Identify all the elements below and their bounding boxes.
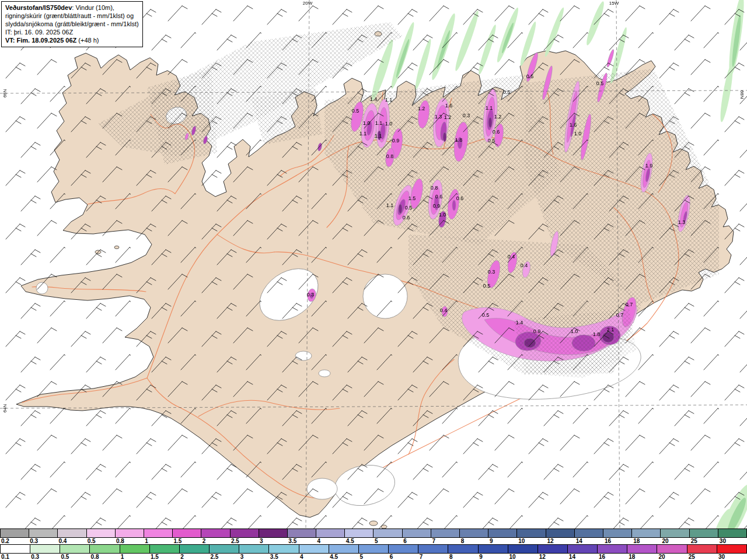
- colorbar-tick-label: 8: [460, 538, 488, 544]
- colorbar-cell: [403, 529, 431, 537]
- precip-value-label: 1.1: [375, 120, 383, 126]
- colorbar-tick-label: 0.5: [86, 538, 115, 544]
- iceland-weather-map: [0, 0, 747, 528]
- valid-time: VT: Fim. 18.09.2025 06Z: [5, 37, 76, 44]
- precip-value-label: 1.0: [385, 121, 393, 127]
- precip-value-label: 0.6: [456, 195, 464, 201]
- colorbar-cell: [239, 545, 269, 553]
- colorbar-cell: [718, 529, 746, 537]
- colorbar-tick-label: 2.5: [230, 538, 259, 544]
- precip-value-label: 1.1: [386, 202, 394, 208]
- precip-value-label: 1.6: [570, 122, 577, 128]
- precip-value-label: 0.5: [352, 108, 359, 114]
- colorbar-cell: [374, 529, 402, 537]
- precip-value-label: 1.8: [455, 137, 463, 143]
- colorbar-cell: [201, 529, 230, 537]
- colorbar-cell: [150, 545, 180, 553]
- colorbar-tick-label: 4.5: [345, 538, 374, 544]
- precip-value-label: 0.3: [307, 292, 315, 298]
- precip-value-label: 1.6: [445, 103, 453, 108]
- colorbar-tick-label: 14: [568, 554, 598, 560]
- valid-time-offset: (+48 h): [76, 37, 99, 44]
- precip-value-label: 0.5: [503, 89, 511, 95]
- colorbar-tick-label: 2.5: [209, 554, 239, 560]
- colorbar-tick-label: 7: [431, 538, 460, 544]
- precip-value-label: 1.1: [486, 105, 493, 111]
- precip-value-label: 0.5: [482, 312, 490, 318]
- colorbar-cell: [546, 529, 575, 537]
- colorbar-cell: [345, 529, 374, 537]
- precip-value-label: 1.8: [593, 331, 601, 337]
- colorbar-cell: [90, 545, 120, 553]
- precip-value-label: 1.2: [418, 106, 425, 111]
- colorbar-tick-label: 1.5: [149, 554, 179, 560]
- colorbar-cell: [288, 529, 316, 537]
- colorbar-area: 0.20.30.40.50.811.522.533.544.5567891012…: [0, 528, 747, 560]
- precip-value-label: 1.3: [678, 219, 686, 225]
- colorbar-cell: [269, 545, 299, 553]
- colorbar-cell: [60, 545, 90, 553]
- colorbar-tick-label: 1.5: [172, 538, 201, 544]
- colorbar-cell: [687, 545, 717, 553]
- colorbar-cell: [488, 529, 517, 537]
- precip-value-label: 0.7: [626, 302, 633, 307]
- map-area: 1.41.10.51.01.11.01.11.10.90.81.21.61.31…: [0, 0, 747, 528]
- colorbar-cell: [30, 545, 60, 553]
- colorbar-cell: [316, 529, 345, 537]
- colorbar-tick-label: 18: [632, 538, 661, 544]
- colorbar-tick-label: 5: [374, 538, 402, 544]
- colorbar-cell: [448, 545, 478, 553]
- colorbar-cell: [389, 545, 418, 553]
- colorbar-cell: [690, 529, 718, 537]
- precip-value-label: 1.0: [363, 120, 371, 126]
- colorbar-tick-label: 0.4: [57, 538, 86, 544]
- colorbar-tick-label: 3.5: [269, 554, 299, 560]
- colorbar-rain-labels: 0.10.30.50.811.522.533.544.5567891012141…: [0, 554, 747, 560]
- colorbar-cell: [299, 545, 329, 553]
- colorbar-tick-label: 9: [478, 554, 508, 560]
- product-desc: : Vindur (10m),: [72, 4, 114, 11]
- precip-value-label: 0.5: [526, 74, 534, 79]
- colorbar-cell: [568, 545, 598, 553]
- colorbar-tick-label: 6: [402, 538, 431, 544]
- colorbar-cell: [508, 545, 538, 553]
- colorbar-cell: [359, 545, 389, 553]
- colorbar-tick-label: 16: [603, 538, 632, 544]
- colorbar-cell: [632, 529, 661, 537]
- colorbar-tick-label: 10: [508, 554, 537, 560]
- colorbar-cell: [29, 529, 58, 537]
- precip-value-label: 0.3: [488, 269, 495, 275]
- colorbar-cell: [120, 545, 150, 553]
- colorbar-cell: [173, 529, 201, 537]
- colorbar-cell: [1, 545, 30, 553]
- colorbar-tick-label: 7: [418, 554, 448, 560]
- longitude-label: 15W: [609, 1, 619, 6]
- colorbar-tick-label: 1: [120, 554, 149, 560]
- precip-value-label: 0.5: [596, 80, 604, 86]
- colorbar-cell: [603, 529, 632, 537]
- colorbar-tick-label: 2: [179, 554, 209, 560]
- colorbar-tick-label: 30: [717, 554, 747, 560]
- precip-value-label: 0.4: [440, 307, 448, 313]
- colorbar-tick-label: 20: [661, 538, 689, 544]
- colorbar-sleet-snow-cells: [0, 528, 747, 538]
- colorbar-cell: [661, 529, 689, 537]
- colorbar-tick-label: 3.5: [287, 538, 316, 544]
- colorbar-cell: [418, 545, 448, 553]
- colorbar-cell: [259, 529, 288, 537]
- colorbar-tick-label: 2: [201, 538, 230, 544]
- colorbar-cell: [575, 529, 603, 537]
- precip-value-label: 0.4: [521, 262, 528, 268]
- title-line-3: slydda/snjókoma (grátt/bleikt/grænt - mm…: [5, 20, 139, 28]
- colorbar-rain: 0.10.30.50.811.522.533.544.5567891012141…: [0, 544, 747, 560]
- colorbar-tick-label: 0.8: [115, 538, 144, 544]
- colorbar-cell: [517, 529, 546, 537]
- precip-value-label: 1.1: [385, 97, 393, 103]
- colorbar-tick-label: 12: [546, 538, 574, 544]
- precip-value-label: 0.5: [488, 138, 495, 144]
- latitude-label: 64N: [2, 404, 8, 413]
- colorbar-cell: [329, 545, 359, 553]
- precip-value-label: 1.4: [516, 320, 523, 326]
- colorbar-tick-label: 8: [448, 554, 478, 560]
- colorbar-sleet-snow: 0.20.30.40.50.811.522.533.544.5567891012…: [0, 528, 747, 544]
